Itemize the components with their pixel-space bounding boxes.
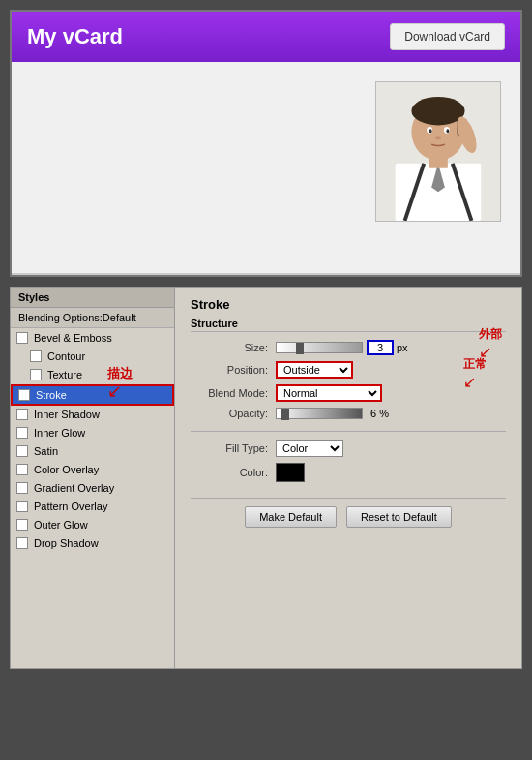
opacity-slider[interactable] [276,408,363,419]
opacity-slider-container: 6 % [276,408,506,419]
opacity-row: Opacity: 6 % [191,408,506,419]
bottom-buttons: Make Default Reset to Default [191,498,506,528]
reset-to-default-button[interactable]: Reset to Default [346,506,452,528]
style-item-bevel[interactable]: Bevel & Emboss [11,328,174,348]
size-row: Size: px 外部 ↙ [191,340,506,355]
style-item-inner-shadow[interactable]: Inner Shadow [11,406,174,424]
size-slider[interactable] [276,342,363,353]
vcard-body [12,62,520,275]
color-row: Color: [191,463,506,482]
opacity-label: Opacity: [191,408,268,419]
bottom-panel: Styles Blending Options:Default Bevel & … [10,287,522,669]
checkbox-pattern-overlay[interactable] [16,501,28,512]
vcard-title: My vCard [27,24,123,49]
style-item-stroke[interactable]: ✓ Stroke [11,384,174,406]
svg-point-13 [446,129,449,133]
fill-type-label: Fill Type: [191,442,268,454]
style-item-outer-glow[interactable]: Outer Glow [11,516,174,534]
blend-mode-dropdown[interactable]: Normal Dissolve Multiply Screen Overlay [276,384,382,402]
zheng-chang-label: 正常 [463,357,487,371]
svg-point-7 [411,97,464,126]
label-gradient-overlay: Gradient Overlay [34,482,114,494]
blend-mode-label: Blend Mode: [191,387,268,399]
style-item-contour[interactable]: Contour [11,348,174,366]
svg-point-12 [429,129,432,133]
opacity-value: 6 [370,408,376,419]
style-item-color-overlay[interactable]: Color Overlay [11,461,174,479]
fill-type-dropdown[interactable]: Color Gradient Pattern [276,440,343,457]
checkbox-drop-shadow[interactable] [16,537,28,549]
opacity-slider-thumb[interactable] [281,409,289,420]
wai-bu-label: 外部 [479,326,502,343]
label-stroke: Stroke [36,389,67,401]
stroke-item-wrapper: ✓ Stroke 描边 ↙ [11,384,174,406]
person-photo [375,81,501,222]
style-item-satin[interactable]: Satin [11,442,174,461]
checkbox-color-overlay[interactable] [16,464,28,475]
arrow-zheng-chang: ↙ [463,373,487,391]
label-inner-shadow: Inner Shadow [34,409,100,420]
position-dropdown[interactable]: Outside Inside Center [276,361,353,379]
position-label: Position: [191,364,268,376]
download-vcard-button[interactable]: Download vCard [390,23,505,50]
stroke-settings-panel: Stroke Structure Size: px 外部 ↙ Position:… [175,288,521,668]
stroke-panel-title: Stroke [191,297,506,312]
opacity-unit: % [379,408,389,419]
checkbox-satin[interactable] [16,445,28,457]
label-texture: Texture [47,369,82,380]
size-slider-thumb[interactable] [296,343,304,354]
vcard-section: My vCard Download vCard [10,10,522,277]
size-unit: px [397,342,408,353]
label-pattern-overlay: Pattern Overlay [34,501,107,512]
styles-header: Styles [11,288,174,308]
style-item-texture[interactable]: Texture [11,366,174,384]
style-item-gradient-overlay[interactable]: Gradient Overlay [11,479,174,498]
checkbox-contour[interactable] [30,350,42,362]
label-outer-glow: Outer Glow [34,519,88,531]
fill-type-row: Fill Type: Color Gradient Pattern [191,440,506,457]
size-label: Size: [191,342,268,353]
styles-panel: Styles Blending Options:Default Bevel & … [11,288,175,668]
size-input[interactable] [367,340,394,355]
zhengchang-annotation-block: 正常 ↙ [463,356,487,391]
make-default-button[interactable]: Make Default [245,506,337,528]
label-bevel: Bevel & Emboss [34,332,112,344]
vcard-header: My vCard Download vCard [12,12,520,62]
svg-point-14 [435,136,441,139]
checkbox-stroke[interactable]: ✓ [18,389,30,401]
checkbox-bevel[interactable] [16,332,28,344]
checkbox-gradient-overlay[interactable] [16,482,28,494]
label-satin: Satin [34,445,58,457]
structure-section-title: Structure [191,318,506,332]
color-swatch[interactable] [276,463,305,482]
label-color-overlay: Color Overlay [34,464,99,475]
style-item-inner-glow[interactable]: Inner Glow [11,424,174,442]
blend-mode-row: Blend Mode: Normal Dissolve Multiply Scr… [191,384,506,402]
style-item-drop-shadow[interactable]: Drop Shadow [11,534,174,553]
checkbox-outer-glow[interactable] [16,519,28,531]
style-item-pattern-overlay[interactable]: Pattern Overlay [11,498,174,516]
size-slider-container: px [276,340,506,355]
person-image [376,82,500,221]
label-contour: Contour [47,350,85,362]
checkbox-inner-glow[interactable] [16,427,28,439]
blending-options[interactable]: Blending Options:Default [11,308,174,328]
checkbox-texture[interactable] [30,369,42,380]
color-label: Color: [191,467,268,478]
checkbox-inner-shadow[interactable] [16,409,28,420]
position-row: Position: Outside Inside Center 正常 ↙ [191,361,506,379]
fill-section: Fill Type: Color Gradient Pattern Color: [191,431,506,482]
label-drop-shadow: Drop Shadow [34,537,99,549]
label-inner-glow: Inner Glow [34,427,85,439]
